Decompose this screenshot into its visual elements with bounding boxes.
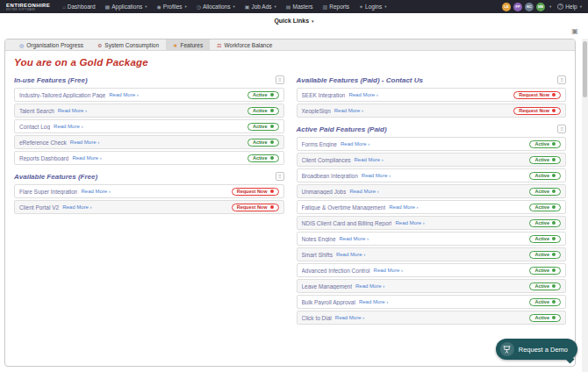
quick-links-toggle[interactable]: Quick Links ▾	[0, 13, 588, 28]
status-label: Active	[253, 124, 268, 129]
active-status-badge[interactable]: Active	[529, 140, 561, 148]
status-label: Active	[534, 315, 549, 320]
status-label: Active	[534, 204, 549, 210]
read-more-link[interactable]: Read More ›	[62, 204, 91, 210]
read-more-link[interactable]: Read More ›	[362, 173, 391, 178]
status-dot	[552, 253, 556, 256]
nav-item-reports[interactable]: ▥Reports	[323, 4, 349, 10]
avatar-mb[interactable]: MB	[536, 3, 545, 11]
feature-row: Reports DashboardRead More ›Active	[14, 151, 284, 165]
app-logo[interactable]: ENTIREONHIRE ENTIRE SOFTWARE	[6, 3, 50, 11]
read-more-link[interactable]: Read More ›	[72, 155, 101, 161]
feature-name: Industry-Tailored Application Page	[19, 92, 105, 98]
read-more-link[interactable]: Read More ›	[349, 189, 378, 194]
chevron-down-icon[interactable]: ▾	[549, 4, 551, 9]
nav-item-profiles[interactable]: ◉Profiles▾	[157, 4, 187, 10]
feature-name: eReference Check	[19, 140, 67, 146]
active-status-badge[interactable]: Active	[529, 219, 561, 227]
read-more-link[interactable]: Read More ›	[109, 92, 138, 97]
chevron-right-icon: ›	[137, 92, 139, 97]
star-icon: ★	[173, 42, 177, 48]
nav-item-applications[interactable]: ▦Applications▾	[105, 4, 147, 10]
chevron-down-icon: ▾	[312, 18, 314, 24]
vertical-scrollbar[interactable]	[582, 39, 588, 372]
section-header: Available Features (Paid) - Contact Us⠿	[297, 75, 567, 84]
read-more-link[interactable]: Read More ›	[340, 236, 369, 241]
active-status-badge[interactable]: Active	[529, 298, 561, 306]
feature-row-left: Bulk Payroll ApprovalRead More ›	[302, 299, 389, 305]
feature-row-left: Talent SearchRead More ›	[19, 108, 87, 114]
request-now-button[interactable]: Request Now	[232, 204, 279, 211]
active-status-badge[interactable]: Active	[529, 283, 561, 290]
status-label: Active	[534, 236, 549, 241]
read-more-link[interactable]: Read More ›	[336, 252, 365, 257]
tab-workforce-balance[interactable]: ⚖Workforce Balance	[210, 39, 279, 50]
read-more-link[interactable]: Read More ›	[389, 204, 418, 210]
nav-item-masters[interactable]: ▤Masters	[286, 4, 313, 10]
drag-handle-icon[interactable]: ⠿	[276, 172, 284, 181]
read-more-link[interactable]: Read More ›	[341, 141, 369, 147]
read-more-link[interactable]: Read More ›	[70, 140, 99, 145]
active-status-badge[interactable]: Active	[247, 154, 279, 162]
status-dot	[552, 190, 556, 193]
active-status-badge[interactable]: Active	[529, 235, 561, 243]
request-now-button[interactable]: Request Now	[513, 91, 561, 99]
read-more-link[interactable]: Read More ›	[348, 92, 377, 97]
feature-name: Broadbean Integration	[302, 173, 358, 179]
tab-system-consumption[interactable]: ⚙System Consumption	[90, 39, 166, 50]
read-more-link[interactable]: Read More ›	[81, 189, 110, 194]
active-status-badge[interactable]: Active	[529, 204, 561, 211]
logo-subtext: ENTIRE SOFTWARE	[6, 9, 50, 11]
read-more-link[interactable]: Read More ›	[395, 220, 424, 225]
drag-handle-icon[interactable]: ⠿	[276, 75, 284, 84]
active-status-badge[interactable]: Active	[529, 188, 561, 196]
nav-item-job-ads[interactable]: ▣Job Ads▾	[245, 4, 276, 10]
chevron-right-icon: ›	[382, 157, 384, 162]
request-demo-popup[interactable]: Request a Demo	[496, 339, 577, 360]
drag-handle-icon[interactable]: ⠿	[557, 75, 566, 84]
feature-row: NDIS Client Card and Billing ReportRead …	[297, 216, 567, 230]
nav-item-logins[interactable]: ✦Logins▾	[359, 4, 386, 10]
feature-row: Industry-Tailored Application PageRead M…	[14, 88, 284, 102]
active-status-badge[interactable]: Active	[247, 123, 279, 131]
status-label: Active	[534, 299, 549, 304]
nav-item-allocations[interactable]: ◷Allocations▾	[197, 4, 235, 10]
panel-settings-icon[interactable]: ▣	[570, 27, 579, 36]
request-now-button[interactable]: Request Now	[513, 107, 561, 115]
nav-item-label: Dashboard	[68, 4, 96, 10]
scrollbar-thumb[interactable]	[583, 41, 587, 97]
logins-icon: ✦	[359, 4, 363, 10]
active-status-badge[interactable]: Active	[529, 156, 561, 164]
avatar-fp[interactable]: FP	[513, 3, 522, 11]
active-status-badge[interactable]: Active	[529, 172, 561, 180]
read-more-link[interactable]: Read More ›	[58, 108, 87, 113]
active-status-badge[interactable]: Active	[247, 91, 279, 99]
active-status-badge[interactable]: Active	[529, 314, 561, 322]
nav-item-label: Logins	[365, 4, 382, 10]
tab-label: System Consumption	[104, 42, 159, 48]
feature-row: Smart ShiftsRead More ›Active	[297, 247, 567, 261]
drag-handle-icon[interactable]: ⠿	[557, 125, 566, 133]
active-status-badge[interactable]: Active	[247, 107, 279, 115]
read-more-link[interactable]: Read More ›	[355, 157, 384, 162]
read-more-link[interactable]: Read More ›	[335, 315, 364, 320]
read-more-link[interactable]: Read More ›	[334, 108, 363, 113]
section-header: Available Features (Free)⠿	[14, 172, 284, 181]
avatar-le[interactable]: LE	[502, 3, 511, 11]
read-more-link[interactable]: Read More ›	[54, 124, 82, 129]
nav-item-dashboard[interactable]: ⌂Dashboard	[62, 4, 95, 10]
active-status-badge[interactable]: Active	[529, 267, 561, 275]
read-more-link[interactable]: Read More ›	[374, 268, 403, 273]
request-now-button[interactable]: Request Now	[232, 188, 279, 196]
help-menu[interactable]: ? Help ▾	[557, 4, 582, 10]
active-status-badge[interactable]: Active	[247, 139, 279, 147]
tab-organisation-progress[interactable]: ◎Organisation Progress	[12, 39, 90, 50]
read-more-link[interactable]: Read More ›	[355, 283, 384, 289]
status-label: Active	[534, 189, 549, 194]
tab-features[interactable]: ★Features	[166, 39, 210, 50]
feature-row: Talent SearchRead More ›Active	[14, 104, 284, 118]
avatar-kc[interactable]: KC	[525, 3, 534, 11]
masters-icon: ▤	[286, 4, 291, 10]
read-more-link[interactable]: Read More ›	[359, 299, 388, 304]
active-status-badge[interactable]: Active	[529, 251, 561, 259]
